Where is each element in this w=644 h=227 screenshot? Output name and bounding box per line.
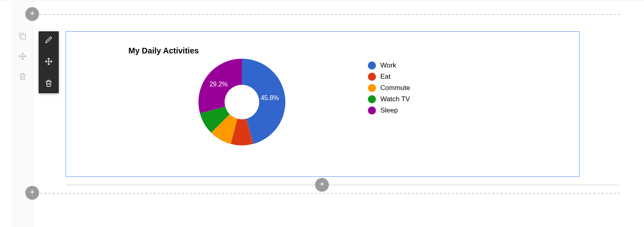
- widget-edit-button[interactable]: [43, 35, 54, 46]
- legend-label: Eat: [380, 73, 391, 81]
- row-divider-bottom: [28, 193, 620, 194]
- rail-move-button[interactable]: [18, 52, 27, 62]
- widget-toolbar: [39, 31, 59, 93]
- legend-swatch: [368, 95, 376, 103]
- legend-item-watch-tv[interactable]: Watch TV: [368, 95, 410, 103]
- svg-rect-0: [21, 35, 25, 39]
- trash-icon: [18, 72, 27, 82]
- plus-icon: [318, 180, 326, 189]
- add-row-handle-bottom[interactable]: [25, 186, 39, 200]
- legend-swatch: [368, 84, 376, 92]
- legend-label: Commute: [380, 84, 410, 92]
- donut-chart: 45.8%29.2%: [197, 57, 287, 147]
- page-top-divider: [0, 0, 644, 0]
- legend-item-sleep[interactable]: Sleep: [368, 106, 410, 115]
- legend-label: Watch TV: [380, 95, 410, 103]
- legend-swatch: [368, 106, 376, 115]
- rail-copy-button[interactable]: [18, 32, 27, 42]
- legend-swatch: [368, 61, 376, 70]
- add-row-handle-top[interactable]: [25, 7, 39, 21]
- move-icon: [44, 57, 53, 67]
- pencil-icon: [44, 35, 53, 46]
- move-icon: [18, 52, 27, 62]
- widget-delete-button[interactable]: [43, 79, 54, 89]
- add-column-handle[interactable]: [315, 178, 329, 192]
- chart-title: My Daily Activities: [128, 46, 199, 55]
- chart-widget[interactable]: My Daily Activities 45.8%29.2% WorkEatCo…: [66, 31, 580, 177]
- legend-label: Sleep: [380, 106, 398, 115]
- widget-move-button[interactable]: [43, 57, 54, 67]
- rail-delete-button[interactable]: [18, 72, 27, 82]
- legend-item-commute[interactable]: Commute: [368, 84, 410, 92]
- legend-label: Work: [380, 61, 396, 70]
- copy-icon: [18, 32, 27, 42]
- trash-icon: [44, 79, 53, 89]
- row-solid-divider: [66, 185, 620, 185]
- legend-item-eat[interactable]: Eat: [368, 73, 410, 81]
- chart-legend: WorkEatCommuteWatch TVSleep: [368, 61, 410, 115]
- legend-swatch: [368, 73, 376, 81]
- row-divider-top: [28, 14, 620, 15]
- donut-hole: [225, 85, 259, 119]
- plus-icon: [29, 188, 36, 197]
- plus-icon: [29, 10, 36, 18]
- legend-item-work[interactable]: Work: [368, 61, 410, 70]
